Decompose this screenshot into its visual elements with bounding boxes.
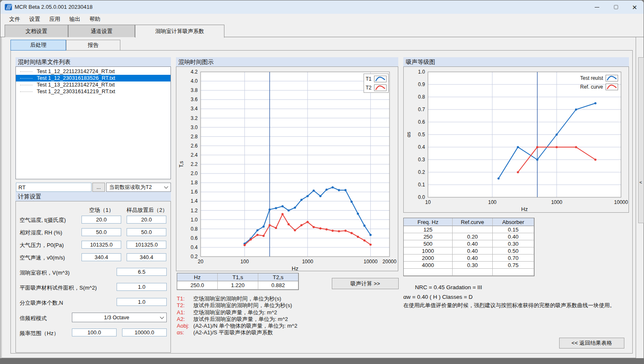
calc-field-v1[interactable] bbox=[81, 216, 121, 224]
calc-field-v1[interactable] bbox=[81, 228, 121, 236]
collapse-arrow-icon: < bbox=[639, 180, 642, 185]
tree-branch-icon bbox=[20, 78, 33, 79]
svg-text:1.0: 1.0 bbox=[418, 69, 425, 75]
svg-text:20000: 20000 bbox=[382, 259, 397, 265]
svg-text:0.4: 0.4 bbox=[191, 244, 198, 250]
tab-通道设置[interactable]: 通道设置 bbox=[68, 25, 135, 37]
rt-table-cell-t1: 1.220 bbox=[218, 281, 258, 290]
svg-text:2.2: 2.2 bbox=[191, 161, 198, 167]
taskbar-sliver bbox=[0, 359, 644, 364]
subtab-报告[interactable]: 报告 bbox=[66, 40, 120, 51]
svg-text:0.0: 0.0 bbox=[418, 194, 425, 200]
note-text: 放试件后混响室的吸声量，单位为: m^2 bbox=[192, 316, 288, 322]
svg-text:1.8: 1.8 bbox=[191, 180, 198, 186]
aw-result-text: αw = 0.40 ( H ) Classes = D bbox=[403, 294, 473, 300]
calc-field-v2[interactable] bbox=[127, 253, 166, 261]
freq-range-label: 频率范围（Hz） bbox=[20, 329, 59, 337]
svg-text:0.9: 0.9 bbox=[418, 81, 425, 87]
notes-block: T1: 空场混响室的混响时间，单位为秒(s)T2: 放试件后混响室的混响时间，单… bbox=[177, 295, 402, 336]
close-button[interactable]: ✕ bbox=[625, 0, 644, 14]
note-line: Aobj: (A2-A1)/N 单个物体的吸声量，单位为: m^2 bbox=[177, 323, 402, 329]
subtab-后处理[interactable]: 后处理 bbox=[10, 40, 66, 51]
calc-field-v2[interactable] bbox=[127, 241, 166, 249]
return-results-button[interactable]: << 返回结果表格 bbox=[559, 338, 624, 349]
menu-设置[interactable]: 设置 bbox=[25, 15, 45, 24]
volume-field[interactable] bbox=[117, 268, 167, 276]
legend-label: Test reulst bbox=[580, 75, 603, 81]
calc-field-v2[interactable] bbox=[127, 216, 166, 224]
freq-min-field[interactable] bbox=[72, 328, 117, 336]
chevron-down-icon[interactable] bbox=[163, 186, 169, 188]
grade-table-cell bbox=[453, 269, 493, 276]
absorber-count-label: 分立吸声体个数,N bbox=[20, 299, 63, 307]
menu-文件[interactable]: 文件 bbox=[5, 15, 25, 24]
sample-area-label: 平面吸声材料试件面积，S(m^2) bbox=[20, 284, 97, 292]
menu-应用[interactable]: 应用 bbox=[45, 15, 65, 24]
svg-text:100: 100 bbox=[488, 199, 496, 205]
title-bar: MCR Beta 2.05.0.001 20230418 ✕ bbox=[0, 0, 644, 14]
tab-混响室计算吸声系数[interactable]: 混响室计算吸声系数 bbox=[135, 25, 224, 38]
calc-field-v1[interactable] bbox=[81, 253, 121, 261]
file-list-item[interactable]: Test 1_12_221123142724_RT.txt bbox=[16, 68, 171, 75]
maximize-icon bbox=[614, 5, 618, 9]
rt-chart: 0.20.40.60.81.01.21.41.61.82.02.22.42.62… bbox=[176, 66, 398, 271]
file-panel-title: 混时间结果文件列表 bbox=[15, 57, 171, 66]
svg-text:Hz: Hz bbox=[521, 206, 528, 212]
maximize-button[interactable] bbox=[606, 0, 625, 14]
svg-text:3.2: 3.2 bbox=[191, 115, 198, 121]
rt-chart-legend: T1T2 bbox=[364, 74, 389, 93]
freq-max-field[interactable] bbox=[122, 328, 167, 336]
svg-text:0.8: 0.8 bbox=[191, 226, 198, 232]
menu-帮助[interactable]: 帮助 bbox=[85, 15, 105, 24]
note-key: A2: bbox=[177, 316, 192, 323]
file-list-item[interactable]: Test 1_22_230316141219_RT.txt bbox=[16, 88, 171, 95]
calc-field-v2[interactable] bbox=[127, 228, 166, 236]
tab-文档设置[interactable]: 文档设置 bbox=[5, 25, 68, 37]
tree-branch-icon bbox=[20, 92, 33, 92]
octave-mode-dropdown[interactable]: 1/3 Octave bbox=[72, 313, 167, 322]
calc-field-v1[interactable] bbox=[81, 241, 121, 249]
svg-text:0.6: 0.6 bbox=[191, 235, 198, 241]
browse-button[interactable]: ... bbox=[92, 183, 105, 192]
legend-item-Ref. curve: Ref. curve bbox=[569, 82, 618, 91]
svg-text:0.2: 0.2 bbox=[418, 169, 425, 175]
file-list-item[interactable]: Test 1_13_221123142724_RT.txt bbox=[16, 81, 171, 88]
col2-header: 样品放置后（2） bbox=[123, 206, 171, 214]
legend-label: Ref. curve bbox=[580, 84, 603, 90]
rt-name-input[interactable] bbox=[16, 183, 92, 192]
note-key: T2: bbox=[177, 302, 192, 309]
grade-table-header: Ref.curve bbox=[453, 218, 493, 226]
rt-chart-title: 混响时间图示 bbox=[176, 57, 398, 66]
volume-label: 混响室容积，V(m^3) bbox=[20, 269, 70, 277]
minimize-button[interactable] bbox=[588, 0, 606, 14]
rt-table-header: T1,s bbox=[218, 273, 258, 281]
legend-item-T1: T1 bbox=[366, 74, 387, 83]
chevron-down-icon[interactable] bbox=[158, 317, 165, 318]
data-read-dropdown[interactable]: 当前数据读取为T2 bbox=[106, 183, 171, 192]
note-key: Aobj: bbox=[177, 323, 192, 329]
note-line: T1: 空场混响室的混响时间，单位为秒(s) bbox=[177, 295, 402, 302]
grade-table-cell bbox=[453, 226, 493, 233]
calc-row-label: 空气声速，v0(m/s) bbox=[20, 254, 65, 262]
absorption-calc-button[interactable]: 吸声计算 >> bbox=[332, 278, 399, 289]
grade-table-header: Absorber bbox=[493, 218, 534, 226]
grade-table-cell: 500 bbox=[404, 240, 453, 247]
file-name: Test 1_13_221123142724_RT.txt bbox=[37, 81, 115, 88]
absorber-count-field[interactable] bbox=[117, 298, 167, 306]
menu-bar: 文件设置应用输出帮助 bbox=[0, 14, 644, 25]
file-list[interactable]: Test 1_12_221123142724_RT.txtTest 1_12_2… bbox=[15, 66, 171, 179]
note-text: 空场混响室的吸声量，单位为: m^2 bbox=[192, 309, 277, 316]
sample-area-field[interactable] bbox=[117, 283, 167, 291]
grade-table-cell: 250 bbox=[404, 233, 453, 240]
svg-text:10000: 10000 bbox=[614, 199, 628, 205]
grade-table-cell: 2000 bbox=[404, 255, 453, 262]
collapse-splitter[interactable]: < bbox=[638, 57, 644, 223]
grade-table-cell: 0.40 bbox=[453, 255, 493, 262]
file-list-item[interactable]: Test 1_12_230316183526_RT.txt bbox=[16, 75, 171, 81]
series-curve-icon bbox=[606, 84, 618, 90]
menu-输出[interactable]: 输出 bbox=[65, 15, 85, 24]
note-line: T2: 放试件后混响室的混响时间，单位为秒(s) bbox=[177, 302, 402, 309]
svg-text:10: 10 bbox=[425, 199, 431, 205]
svg-text:2.6: 2.6 bbox=[191, 143, 198, 149]
grade-table-cell: 0.70 bbox=[493, 255, 534, 262]
